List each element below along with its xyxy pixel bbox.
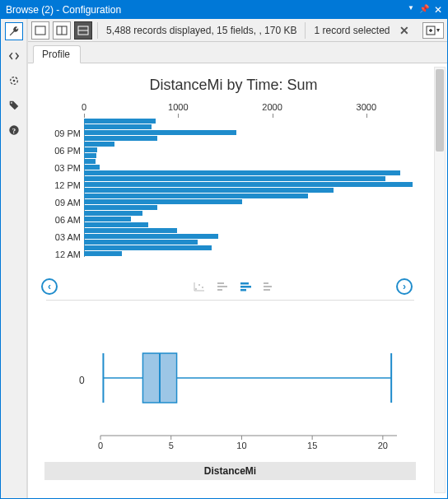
chart-area: DistanceMi by Time: Sum 010002000300009 … (33, 67, 444, 480)
bar-row (84, 142, 413, 147)
bar-category-label: 06 AM (55, 215, 81, 225)
target-icon[interactable] (5, 72, 23, 90)
bar-row (84, 194, 413, 198)
pin-icon[interactable]: 📌 (419, 4, 429, 16)
bar[interactable] (84, 147, 97, 152)
bar-category-label: 09 AM (55, 198, 81, 208)
bar-row: 12 PM (84, 182, 413, 187)
bar[interactable] (84, 182, 413, 187)
bar[interactable] (84, 211, 142, 216)
x-tick-label: 3000 (357, 102, 376, 112)
chart-title: DistanceMi by Time: Sum (40, 77, 427, 94)
bar-rows-alt-icon[interactable] (259, 279, 278, 294)
bar[interactable] (84, 159, 96, 164)
code-icon[interactable] (5, 47, 23, 65)
bar-row: 09 PM (84, 130, 413, 135)
boxplot-y-label: 0 (79, 375, 85, 386)
prev-chart-button[interactable]: ‹ (41, 278, 58, 295)
bar-category-label: 09 PM (54, 128, 81, 138)
toolbar: 5,488 records displayed, 15 fields, , 17… (28, 19, 447, 42)
svg-rect-18 (217, 286, 227, 287)
wrench-icon[interactable] (5, 22, 23, 40)
svg-rect-23 (264, 282, 268, 284)
svg-point-13 (198, 284, 200, 286)
bar[interactable] (84, 199, 242, 204)
boxplot-svg: 05101520 (92, 312, 405, 452)
x-tick-label: 1000 (168, 102, 188, 112)
scroll-thumb[interactable] (436, 69, 444, 152)
window-title: Browse (2) - Configuration (6, 4, 121, 16)
bar-rows-icon[interactable] (213, 279, 231, 294)
bar[interactable] (84, 136, 157, 141)
add-view-button[interactable] (422, 22, 444, 39)
profile-pane: DistanceMi by Time: Sum 010002000300009 … (28, 63, 447, 498)
bar[interactable] (84, 222, 148, 227)
svg-rect-20 (240, 282, 249, 285)
bar-rows-active-icon[interactable] (236, 279, 254, 294)
bar[interactable] (84, 119, 156, 124)
records-status: 5,488 records displayed, 15 fields, , 17… (103, 25, 300, 36)
svg-rect-25 (264, 289, 270, 291)
bar-row (84, 240, 413, 245)
svg-rect-4 (35, 26, 45, 35)
titlebar[interactable]: Browse (2) - Configuration ▼ 📌 ✕ (1, 1, 447, 19)
svg-point-1 (12, 80, 15, 82)
bar[interactable] (84, 228, 177, 233)
svg-text:15: 15 (307, 441, 317, 450)
bar[interactable] (84, 130, 236, 135)
scatter-type-icon[interactable] (190, 279, 208, 294)
bar[interactable] (84, 245, 212, 250)
bar-row (84, 124, 413, 129)
bar[interactable] (84, 142, 114, 147)
view-single-button[interactable] (31, 21, 49, 40)
bar[interactable] (84, 153, 96, 158)
view-split-button[interactable] (53, 21, 71, 40)
bar-row (84, 245, 413, 250)
scrollbar[interactable] (434, 67, 446, 493)
bar[interactable] (84, 240, 198, 245)
boxplot-footer[interactable]: DistanceMi (44, 462, 416, 480)
bar-row: 06 AM (84, 217, 413, 222)
boxplot-chart: 0 05101520 (43, 304, 422, 460)
tab-profile[interactable]: Profile (33, 45, 81, 63)
tag-icon[interactable] (5, 96, 23, 114)
bar-row: 09 AM (84, 199, 413, 204)
close-icon[interactable]: ✕ (434, 4, 442, 16)
dropdown-icon[interactable]: ▼ (408, 4, 414, 16)
bar[interactable] (84, 217, 131, 222)
svg-rect-17 (217, 282, 224, 284)
bar-row (84, 136, 413, 141)
next-chart-button[interactable]: › (396, 278, 413, 295)
view-horizontal-button[interactable] (74, 21, 92, 40)
svg-rect-19 (217, 289, 222, 291)
sidebar: ? (1, 19, 27, 498)
bar-chart: 010002000300009 PM06 PM03 PM12 PM09 AM06… (43, 102, 422, 263)
chart-controls: ‹ › (40, 278, 427, 295)
bar[interactable] (84, 251, 122, 256)
bar[interactable] (84, 165, 100, 170)
bar[interactable] (84, 194, 308, 198)
bar[interactable] (84, 124, 152, 129)
help-icon[interactable]: ? (5, 121, 23, 139)
bar[interactable] (84, 188, 334, 193)
bar-row (84, 228, 413, 233)
bar[interactable] (84, 234, 218, 239)
bar[interactable] (84, 170, 400, 175)
bar[interactable] (84, 176, 385, 181)
bar-row (84, 222, 413, 227)
bar-category-label: 06 PM (54, 146, 81, 156)
bar-row (84, 153, 413, 158)
svg-rect-22 (240, 289, 246, 291)
x-tick-label: 2000 (262, 102, 282, 112)
separator (97, 22, 98, 39)
bar-row: 03 PM (84, 165, 413, 170)
svg-text:5: 5 (169, 441, 174, 450)
bar-row (84, 159, 413, 164)
bar-category-label: 12 PM (54, 180, 81, 190)
svg-rect-24 (264, 286, 272, 287)
selection-status: 1 record selected (310, 25, 393, 36)
clear-selection-icon[interactable]: ✕ (397, 23, 412, 38)
svg-text:20: 20 (378, 441, 388, 450)
bar[interactable] (84, 205, 157, 210)
svg-text:0: 0 (98, 441, 103, 450)
